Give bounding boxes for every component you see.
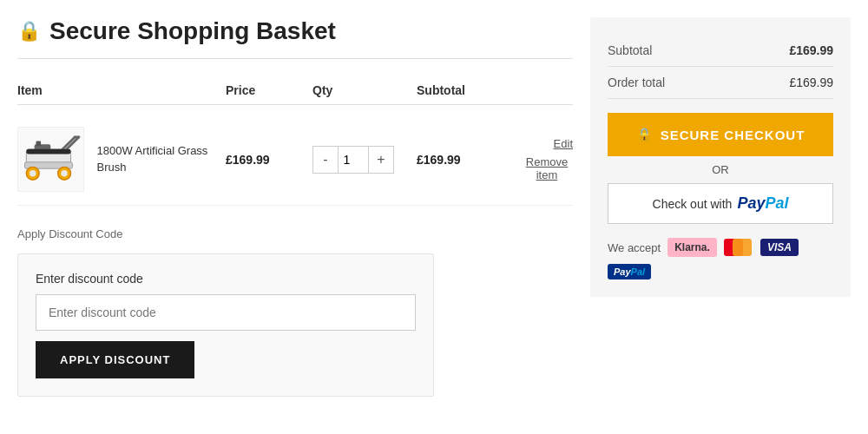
table-row: 1800W Artificial Grass Brush £169.99 - +… <box>17 114 573 206</box>
subtotal-value: £169.99 <box>789 43 833 57</box>
qty-decrease-button[interactable]: - <box>313 147 338 173</box>
klarna-badge: Klarna. <box>667 238 717 257</box>
checkout-lock-icon: 🔒 <box>636 127 654 142</box>
remove-item-button[interactable]: Remove item <box>521 155 573 181</box>
paypal-badge: PayPal <box>608 264 651 279</box>
secure-checkout-button[interactable]: 🔒 SECURE CHECKOUT <box>608 113 833 156</box>
order-summary-panel: Subtotal £169.99 Order total £169.99 🔒 S… <box>590 17 851 297</box>
lock-icon: 🔒 <box>17 20 41 43</box>
product-subtotal: £169.99 <box>417 153 521 167</box>
edit-button[interactable]: Edit <box>554 137 573 150</box>
svg-point-8 <box>61 170 67 176</box>
col-qty: Qty <box>312 83 417 97</box>
order-total-value: £169.99 <box>789 76 833 89</box>
qty-input[interactable] <box>338 147 369 173</box>
mastercard-badge <box>724 238 753 257</box>
product-name: 1800W Artificial Grass Brush <box>97 143 227 174</box>
svg-rect-11 <box>26 149 70 155</box>
we-accept-label: We accept <box>608 241 661 254</box>
page-header: 🔒 Secure Shopping Basket <box>17 17 573 59</box>
svg-rect-10 <box>36 141 41 147</box>
paypal-checkout-label: Check out with <box>653 197 733 211</box>
col-item: Item <box>17 83 226 97</box>
discount-toggle-link[interactable]: Apply Discount Code <box>17 227 122 240</box>
svg-point-6 <box>30 170 36 176</box>
product-image <box>17 127 84 192</box>
item-actions: Edit Remove item <box>521 137 573 181</box>
discount-section-label: Enter discount code <box>36 272 416 286</box>
discount-input[interactable] <box>36 294 416 331</box>
or-divider: OR <box>608 163 833 176</box>
paypal-logo: PayPal <box>737 194 788 213</box>
paypal-checkout-button[interactable]: Check out with PayPal <box>608 183 833 224</box>
checkout-button-label: SECURE CHECKOUT <box>661 128 806 142</box>
col-actions <box>521 83 573 97</box>
qty-increase-button[interactable]: + <box>369 147 393 173</box>
payment-methods-row: We accept Klarna. VISA PayPal <box>608 238 833 279</box>
qty-control: - + <box>312 146 417 174</box>
product-price: £169.99 <box>226 153 312 167</box>
col-price: Price <box>226 83 312 97</box>
col-subtotal: Subtotal <box>417 83 521 97</box>
table-header: Item Price Qty Subtotal <box>17 76 573 105</box>
apply-discount-button[interactable]: APPLY DISCOUNT <box>36 341 194 378</box>
product-info: 1800W Artificial Grass Brush <box>17 127 226 192</box>
order-total-label: Order total <box>608 76 665 89</box>
order-total-row: Order total £169.99 <box>608 67 833 99</box>
page-title: Secure Shopping Basket <box>49 17 336 45</box>
subtotal-row: Subtotal £169.99 <box>608 35 833 67</box>
discount-box: Enter discount code APPLY DISCOUNT <box>17 253 434 397</box>
visa-badge: VISA <box>760 239 799 256</box>
subtotal-label: Subtotal <box>608 43 652 57</box>
